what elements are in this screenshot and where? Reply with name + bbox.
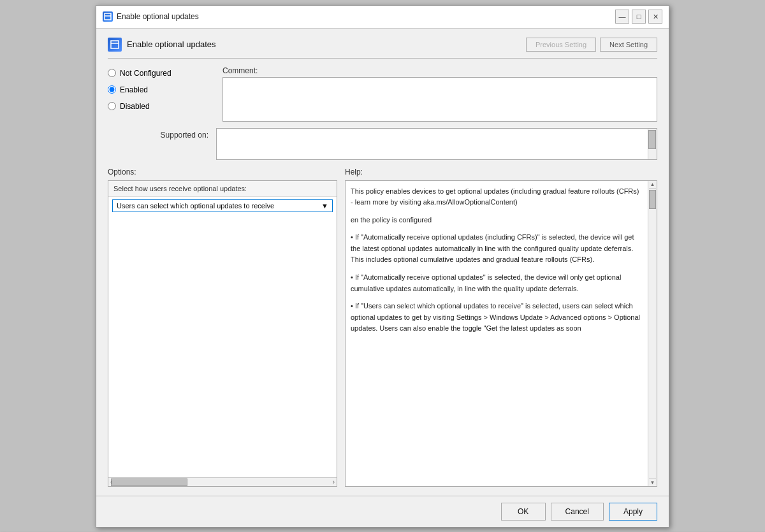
top-fields: Not Configured Enabled Disabled Comment: [108,66,657,122]
radio-not-configured-label: Not Configured [120,69,171,78]
dropdown-area: Users can select which optional updates … [108,197,337,215]
options-h-scrollbar[interactable]: ‹ › [108,477,337,486]
options-header: Options: [108,168,337,176]
two-column-area: Options: Select how users receive option… [108,168,657,487]
dropdown-selected-text: Users can select which optional updates … [117,202,274,210]
dropdown-display[interactable]: Users can select which optional updates … [112,199,333,212]
supported-on-box [216,128,657,160]
window-title: Enable optional updates [117,12,199,21]
policy-icon [108,38,122,52]
radio-disabled-input[interactable] [108,102,116,110]
help-para-1: This policy enables devices to get optio… [351,186,643,208]
ok-button[interactable]: OK [501,503,546,521]
help-para-4: • If "Automatically receive optional upd… [351,272,643,294]
maximize-button[interactable]: □ [632,10,646,24]
radio-enabled-input[interactable] [108,85,116,94]
supported-on-label: Supported on: [108,128,216,160]
comment-textarea[interactable] [222,77,657,122]
radio-not-configured-input[interactable] [108,69,116,77]
help-box: This policy enables devices to get optio… [345,180,657,487]
help-para-2: en the policy is configured [351,215,643,226]
radio-column: Not Configured Enabled Disabled [108,66,216,122]
close-button[interactable]: ✕ [648,10,662,24]
radio-not-configured[interactable]: Not Configured [108,66,216,80]
policy-header-left: Enable optional updates [108,38,216,52]
scroll-right-arrow[interactable]: › [331,478,337,486]
next-setting-button[interactable]: Next Setting [600,38,657,52]
svg-rect-2 [111,41,119,48]
minimize-button[interactable]: — [615,10,629,24]
title-bar-left: Enable optional updates [103,11,199,22]
help-para-5: • If "Users can select which optional up… [351,301,643,334]
options-spacer [108,215,337,477]
help-column: Help: This policy enables devices to get… [345,168,657,487]
help-header: Help: [345,168,657,176]
comment-label: Comment: [222,66,657,75]
content-area: Enable optional updates Previous Setting… [96,29,669,496]
help-v-scrollbar[interactable]: ▲ ▼ [648,181,657,486]
help-v-scrollbar-thumb[interactable] [649,190,656,209]
options-h-scrollbar-thumb[interactable] [111,478,187,486]
dropdown-arrow-icon: ▼ [321,202,328,210]
help-para-3: • If "Automatically receive optional upd… [351,232,643,266]
options-box: Select how users receive optional update… [108,180,337,487]
scroll-up-arrow[interactable]: ▲ [649,181,656,189]
radio-disabled-label: Disabled [120,102,150,111]
apply-button[interactable]: Apply [609,503,657,521]
main-window: Enable optional updates — □ ✕ Enable opt… [96,5,669,528]
bottom-bar: OK Cancel Apply [96,496,669,527]
nav-buttons: Previous Setting Next Setting [526,38,657,52]
radio-enabled-label: Enabled [120,85,148,94]
window-icon [103,11,113,22]
cancel-button[interactable]: Cancel [551,503,604,521]
previous-setting-button[interactable]: Previous Setting [526,38,596,52]
comment-section: Comment: [222,66,657,122]
supported-scrollbar-thumb [648,130,656,149]
policy-header: Enable optional updates Previous Setting… [108,38,657,59]
svg-rect-0 [105,13,111,20]
scroll-down-arrow[interactable]: ▼ [649,478,656,486]
help-content: This policy enables devices to get optio… [346,181,657,347]
scroll-left-arrow[interactable]: ‹ [108,478,114,486]
supported-section: Supported on: [108,128,657,160]
radio-disabled[interactable]: Disabled [108,99,216,113]
radio-enabled[interactable]: Enabled [108,83,216,97]
supported-scrollbar [648,129,657,159]
title-bar: Enable optional updates — □ ✕ [96,6,669,29]
title-bar-controls: — □ ✕ [615,10,662,24]
options-column: Options: Select how users receive option… [108,168,337,487]
policy-title: Enable optional updates [127,40,216,49]
options-box-header: Select how users receive optional update… [108,181,337,197]
